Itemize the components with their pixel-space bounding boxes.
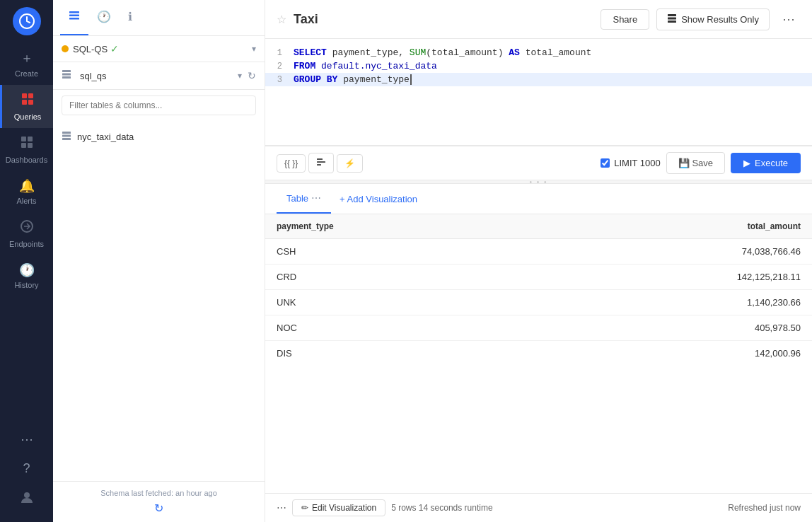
lightning-button[interactable]: ⚡ — [337, 154, 363, 173]
format-button[interactable] — [308, 153, 334, 173]
svg-rect-23 — [317, 158, 323, 160]
table-row: DIS142,000.96 — [265, 341, 812, 366]
sidebar-item-queries[interactable]: Queries — [0, 85, 53, 128]
svg-rect-21 — [668, 17, 676, 19]
limit-label: LIMIT 1000 — [614, 158, 661, 168]
panel-tabs: 🕐 ℹ — [53, 0, 265, 36]
sidebar-item-user[interactable] — [20, 483, 34, 515]
sidebar-item-label: Queries — [14, 112, 42, 121]
schema-actions: ▾ ↻ — [238, 70, 256, 81]
line-number: 3 — [265, 75, 294, 85]
sidebar-item-label: History — [14, 281, 38, 289]
sidebar-item-apps[interactable]: ⋯ — [20, 424, 34, 454]
svg-point-10 — [24, 492, 30, 498]
editor-area: 1 SELECT payment_type, SUM(total_amount)… — [265, 39, 812, 146]
sidebar-item-label: Create — [15, 69, 38, 78]
star-icon[interactable]: ☆ — [277, 13, 286, 26]
svg-rect-5 — [21, 137, 26, 141]
help-icon: ? — [23, 461, 30, 476]
template-tags-button[interactable]: {{ }} — [277, 154, 306, 173]
edit-icon: ✏ — [301, 503, 308, 513]
line-content: SELECT payment_type, SUM(total_amount) A… — [294, 47, 812, 58]
add-viz-label: + Add Visualization — [340, 194, 417, 204]
topbar-right: Share Show Results Only ⋯ — [601, 7, 801, 31]
editor-line-2: 2 FROM default.nyc_taxi_data — [265, 59, 812, 73]
schema-footer: Schema last fetched: an hour ago ↻ — [53, 481, 265, 522]
cell-total-amount: 142,000.96 — [528, 341, 812, 366]
sidebar-item-help[interactable]: ? — [20, 454, 34, 483]
svg-rect-20 — [668, 14, 676, 16]
schema-selector: sql_qs ▾ ↻ — [53, 62, 265, 90]
sidebar-item-history[interactable]: 🕐 History — [0, 255, 53, 296]
user-icon — [20, 490, 34, 508]
more-options-button[interactable]: ⋯ — [777, 7, 801, 31]
bottom-bar: ⋯ ✏ Edit Visualization 5 rows 14 seconds… — [265, 493, 812, 522]
line-content: GROUP BY payment_type — [294, 74, 812, 85]
execute-button[interactable]: ▶ Execute — [731, 153, 801, 173]
connection-selector[interactable]: SQL-QS ✓ ▾ — [53, 36, 265, 62]
svg-rect-4 — [28, 100, 33, 105]
svg-rect-16 — [62, 76, 71, 79]
sidebar-item-alerts[interactable]: 🔔 Alerts — [0, 171, 53, 212]
table-list: nyc_taxi_data — [53, 121, 265, 481]
chevron-down-icon: ▾ — [252, 44, 256, 54]
svg-rect-11 — [69, 11, 79, 13]
sidebar-item-dashboards[interactable]: Dashboards — [0, 128, 53, 171]
tab-info[interactable]: ℹ — [120, 0, 141, 35]
table-tab-more-button[interactable]: ⋯ — [311, 192, 321, 204]
bottom-more-button[interactable]: ⋯ — [277, 502, 286, 514]
refresh-button[interactable]: ↻ — [154, 501, 163, 515]
save-label: Save — [692, 158, 713, 168]
svg-rect-24 — [317, 161, 325, 163]
limit-checkbox-label: LIMIT 1000 — [601, 158, 661, 168]
results-tabs: Table ⋯ + Add Visualization — [265, 184, 812, 214]
filter-tables-input[interactable] — [62, 95, 256, 115]
save-icon: 💾 — [678, 158, 690, 168]
editor-toolbar: {{ }} ⚡ LIMIT 1000 💾 Save ▶ Execut — [265, 146, 812, 180]
tab-schema[interactable] — [60, 0, 88, 35]
svg-rect-14 — [62, 70, 71, 72]
line-number: 1 — [265, 48, 294, 58]
sidebar-item-create[interactable]: ＋ Create — [0, 42, 53, 85]
refresh-schema-button[interactable]: ↻ — [248, 70, 256, 81]
line-content: FROM default.nyc_taxi_data — [294, 61, 812, 71]
topbar: ☆ Taxi Share Show Results Only ⋯ — [265, 0, 812, 39]
share-button[interactable]: Share — [601, 9, 649, 30]
svg-rect-7 — [21, 143, 26, 148]
sidebar: ＋ Create Queries Dashboards 🔔 Alerts — [0, 0, 53, 522]
page-title: Taxi — [294, 12, 318, 27]
svg-rect-2 — [28, 93, 33, 98]
edit-visualization-button[interactable]: ✏ Edit Visualization — [292, 499, 385, 516]
tab-table[interactable]: Table ⋯ — [277, 184, 331, 214]
cell-payment-type: CSH — [265, 239, 528, 265]
add-visualization-button[interactable]: + Add Visualization — [331, 185, 417, 213]
editor-content[interactable]: 1 SELECT payment_type, SUM(total_amount)… — [265, 39, 812, 145]
toolbar-left: {{ }} ⚡ — [277, 153, 363, 173]
limit-checkbox[interactable] — [601, 158, 610, 168]
editor-line-1: 1 SELECT payment_type, SUM(total_amount)… — [265, 46, 812, 59]
svg-rect-18 — [62, 135, 71, 137]
tab-history[interactable]: 🕐 — [88, 0, 120, 35]
svg-rect-8 — [28, 143, 33, 148]
table-tab-label: Table — [286, 193, 308, 204]
results-only-label: Show Results Only — [681, 14, 759, 25]
sidebar-item-label: Endpoints — [9, 240, 44, 248]
refreshed-text: Refreshed just now — [728, 503, 801, 513]
save-button[interactable]: 💾 Save — [666, 152, 725, 174]
svg-rect-19 — [62, 138, 71, 140]
queries-icon — [21, 92, 35, 110]
cell-total-amount: 1,140,230.66 — [528, 290, 812, 315]
table-icon — [62, 131, 71, 143]
app-logo[interactable] — [13, 7, 41, 35]
dashboards-icon — [20, 135, 34, 153]
show-results-only-button[interactable]: Show Results Only — [656, 8, 770, 30]
table-item[interactable]: nyc_taxi_data — [62, 127, 256, 147]
edit-viz-label: Edit Visualization — [312, 503, 376, 513]
cell-payment-type: CRD — [265, 265, 528, 290]
connection-check-icon: ✓ — [110, 43, 119, 54]
table-name: nyc_taxi_data — [77, 132, 134, 142]
table-row: UNK1,140,230.66 — [265, 290, 812, 315]
col-header-total-amount: total_amount — [528, 214, 812, 239]
sidebar-item-endpoints[interactable]: Endpoints — [0, 212, 53, 255]
schema-chevron-icon[interactable]: ▾ — [238, 71, 242, 81]
